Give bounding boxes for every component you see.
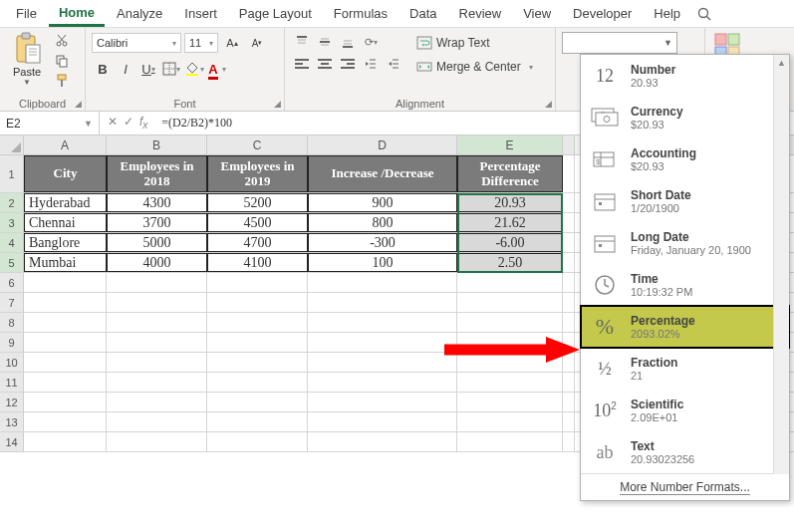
font-name-select[interactable]: Calibri▾	[92, 33, 181, 53]
font-dialog-launcher[interactable]: ◢	[274, 99, 281, 109]
cell-F14[interactable]	[563, 432, 575, 451]
col-header-B[interactable]: B	[107, 135, 207, 154]
scroll-up-icon[interactable]: ▲	[774, 55, 789, 71]
enter-formula-button[interactable]: ✓	[124, 115, 133, 131]
increase-font-button[interactable]: A▴	[221, 32, 243, 54]
col-header-F[interactable]	[563, 135, 575, 154]
fill-color-button[interactable]: ▾	[183, 58, 205, 80]
row-header-12[interactable]: 12	[0, 393, 24, 411]
cell-E2[interactable]: 20.93	[457, 193, 563, 212]
format-option-fraction[interactable]: ½Fraction21	[581, 348, 789, 390]
cell-F9[interactable]	[563, 333, 575, 352]
cell-C6[interactable]	[207, 273, 308, 292]
align-top-button[interactable]	[291, 32, 313, 52]
format-option-currency[interactable]: Currency$20.93	[581, 97, 789, 138]
cell-E14[interactable]	[457, 432, 563, 451]
format-option-time[interactable]: Time10:19:32 PM	[581, 264, 789, 306]
row-header-1[interactable]: 1	[0, 155, 24, 192]
cell-E8[interactable]	[457, 313, 563, 332]
cell-B5[interactable]: 4000	[107, 253, 207, 272]
cell-D10[interactable]	[308, 353, 457, 372]
cell-B6[interactable]	[107, 273, 207, 292]
select-all-corner[interactable]	[0, 135, 24, 154]
font-color-button[interactable]: A▾	[206, 58, 228, 80]
name-box[interactable]: E2▼	[0, 112, 100, 134]
format-painter-button[interactable]	[52, 72, 72, 90]
tab-view[interactable]: View	[513, 2, 561, 25]
cell-F4[interactable]	[563, 233, 575, 252]
cell-D11[interactable]	[308, 373, 457, 392]
cell-B14[interactable]	[107, 432, 207, 451]
cell-E7[interactable]	[457, 293, 563, 312]
cell-E11[interactable]	[457, 373, 563, 392]
cell-C3[interactable]: 4500	[207, 213, 308, 232]
cell-B3[interactable]: 3700	[107, 213, 207, 232]
cell-E3[interactable]: 21.62	[457, 213, 563, 232]
row-header-6[interactable]: 6	[0, 273, 24, 292]
tab-help[interactable]: Help	[644, 2, 690, 25]
cell-C12[interactable]	[207, 393, 308, 411]
tab-developer[interactable]: Developer	[563, 2, 642, 25]
cell-B11[interactable]	[107, 373, 207, 392]
cell-A11[interactable]	[24, 373, 107, 392]
cell-F13[interactable]	[563, 412, 575, 431]
table-header-A[interactable]: City	[24, 155, 107, 192]
dropdown-scrollbar[interactable]: ▲	[773, 55, 789, 474]
italic-button[interactable]: I	[115, 58, 136, 80]
cell-E5[interactable]: 2.50	[457, 253, 563, 272]
cell-C9[interactable]	[207, 333, 308, 352]
tab-insert[interactable]: Insert	[174, 2, 227, 25]
tell-me-search-icon[interactable]	[696, 6, 712, 22]
cell-C4[interactable]: 4700	[207, 233, 308, 252]
cell-F7[interactable]	[563, 293, 575, 312]
row-header-13[interactable]: 13	[0, 412, 24, 431]
more-number-formats-link[interactable]: More Number Formats...	[581, 473, 789, 500]
cell-D9[interactable]	[308, 333, 457, 352]
cell-C8[interactable]	[207, 313, 308, 332]
cell-B10[interactable]	[107, 353, 207, 372]
col-header-C[interactable]: C	[207, 135, 308, 154]
cell-F12[interactable]	[563, 393, 575, 411]
orientation-button[interactable]: ⟳▾	[360, 32, 382, 52]
cell-D6[interactable]	[308, 273, 457, 292]
cell-B13[interactable]	[107, 412, 207, 431]
increase-indent-button[interactable]	[383, 54, 404, 74]
cell-A14[interactable]	[24, 432, 107, 451]
alignment-dialog-launcher[interactable]: ◢	[545, 99, 552, 109]
cell-D13[interactable]	[308, 412, 457, 431]
cell-C5[interactable]: 4100	[207, 253, 308, 272]
decrease-font-button[interactable]: A▾	[246, 32, 268, 54]
align-right-button[interactable]	[337, 54, 359, 74]
paste-button[interactable]: Paste ▼	[6, 32, 48, 87]
row-header-2[interactable]: 2	[0, 193, 24, 212]
cell-F11[interactable]	[563, 373, 575, 392]
number-format-select[interactable]: ▼	[562, 32, 677, 54]
col-header-D[interactable]: D	[308, 135, 457, 154]
align-bottom-button[interactable]	[337, 32, 359, 52]
cell-D3[interactable]: 800	[308, 213, 457, 232]
cell-E12[interactable]	[457, 393, 563, 411]
row-header-14[interactable]: 14	[0, 432, 24, 451]
row-header-10[interactable]: 10	[0, 353, 24, 372]
cell-C2[interactable]: 5200	[207, 193, 308, 212]
cell-A9[interactable]	[24, 333, 107, 352]
tab-data[interactable]: Data	[399, 2, 446, 25]
cell-B9[interactable]	[107, 333, 207, 352]
row-header-8[interactable]: 8	[0, 313, 24, 332]
cell-D4[interactable]: -300	[308, 233, 457, 252]
cell-F10[interactable]	[563, 353, 575, 372]
clipboard-dialog-launcher[interactable]: ◢	[75, 99, 82, 109]
cell-E10[interactable]	[457, 353, 563, 372]
tab-home[interactable]: Home	[49, 1, 105, 27]
tab-analyze[interactable]: Analyze	[107, 2, 172, 25]
format-option-text[interactable]: abText20.93023256	[581, 431, 789, 473]
cell-F2[interactable]	[563, 193, 575, 212]
tab-pagelayout[interactable]: Page Layout	[229, 2, 322, 25]
bold-button[interactable]: B	[92, 58, 114, 80]
cell-F6[interactable]	[563, 273, 575, 292]
table-header-D[interactable]: Increase /Decrease	[308, 155, 457, 192]
cell-E9[interactable]	[457, 333, 563, 352]
cut-button[interactable]	[52, 32, 72, 50]
row-header-5[interactable]: 5	[0, 253, 24, 272]
col-header-E[interactable]: E	[457, 135, 563, 154]
